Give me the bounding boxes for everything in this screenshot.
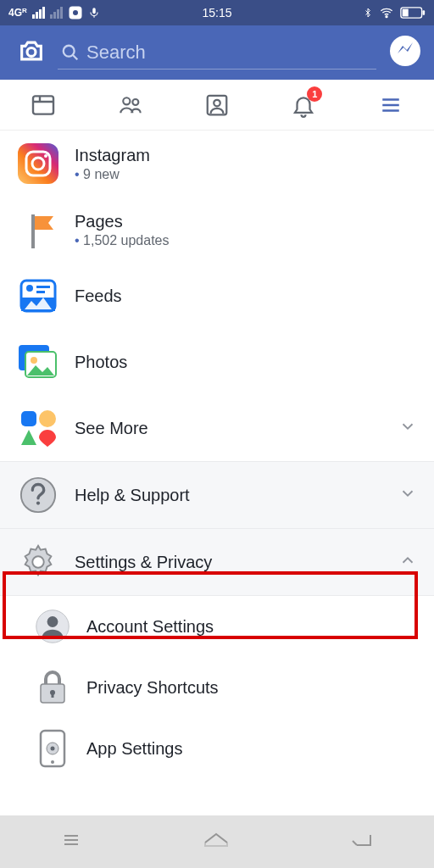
- nav-back[interactable]: [348, 830, 376, 854]
- menu-item-label: Settings & Privacy: [75, 553, 383, 572]
- svg-point-12: [132, 99, 138, 105]
- search-box[interactable]: [58, 36, 376, 70]
- svg-point-41: [51, 760, 54, 764]
- battery-icon: [400, 6, 426, 19]
- svg-rect-28: [21, 411, 36, 426]
- search-icon: [61, 42, 80, 63]
- notification-badge: 1: [307, 86, 322, 102]
- svg-rect-19: [31, 214, 35, 248]
- wifi-icon: [378, 6, 395, 19]
- menu-item-label: See More: [75, 419, 383, 438]
- menu-list: Instagram 9 new Pages 1,502 updates Feed…: [0, 131, 434, 779]
- search-input[interactable]: [86, 42, 373, 64]
- menu-item-label: Feeds: [75, 287, 417, 306]
- svg-rect-37: [52, 693, 54, 698]
- menu-item-label: Instagram: [75, 146, 417, 165]
- android-nav-bar: [0, 815, 434, 868]
- camera-status-icon: [68, 5, 83, 20]
- gear-icon: [17, 541, 59, 583]
- menu-item-label: Privacy Shortcuts: [86, 678, 417, 698]
- menu-item-label: Pages: [75, 212, 417, 231]
- svg-point-7: [27, 47, 36, 56]
- camera-icon[interactable]: [17, 36, 46, 69]
- menu-item-label: Account Settings: [86, 617, 417, 637]
- chevron-down-icon: [398, 417, 417, 439]
- svg-rect-15: [18, 143, 58, 184]
- menu-item-subtitle: 9 new: [75, 167, 417, 182]
- photos-icon: [17, 341, 59, 383]
- svg-point-1: [72, 9, 79, 16]
- svg-point-3: [386, 16, 387, 18]
- svg-rect-24: [36, 291, 45, 293]
- menu-item-feeds[interactable]: Feeds: [0, 263, 434, 329]
- signal-icon-2: [50, 7, 63, 19]
- svg-point-11: [123, 97, 130, 104]
- signal-icon-1: [32, 7, 45, 19]
- svg-point-22: [26, 285, 33, 292]
- feeds-icon: [17, 275, 59, 317]
- help-icon: [17, 474, 59, 516]
- svg-rect-23: [36, 286, 50, 288]
- pages-icon: [17, 209, 59, 251]
- status-right: [363, 5, 426, 20]
- svg-point-27: [31, 357, 37, 364]
- menu-item-label: App Settings: [86, 739, 417, 759]
- svg-point-9: [390, 36, 420, 66]
- menu-item-privacy-shortcuts[interactable]: Privacy Shortcuts: [0, 657, 434, 718]
- app-header: [0, 25, 434, 80]
- svg-point-34: [47, 616, 58, 627]
- svg-point-29: [39, 410, 56, 427]
- menu-item-label: Help & Support: [75, 486, 383, 505]
- nav-home[interactable]: [202, 829, 231, 854]
- nav-recents[interactable]: [58, 830, 84, 854]
- chevron-up-icon: [398, 551, 417, 573]
- instagram-icon: [17, 142, 59, 185]
- status-bar: 4GR 15:15: [0, 0, 434, 25]
- menu-item-photos[interactable]: Photos: [0, 329, 434, 395]
- menu-item-label: Photos: [75, 353, 417, 372]
- tab-menu[interactable]: [374, 88, 408, 122]
- menu-item-instagram[interactable]: Instagram 9 new: [0, 131, 434, 197]
- network-label: 4GR: [8, 7, 27, 19]
- menu-item-pages[interactable]: Pages 1,502 updates: [0, 197, 434, 263]
- svg-rect-6: [403, 9, 409, 17]
- svg-point-32: [32, 556, 43, 567]
- tab-bar: 1: [0, 80, 434, 131]
- tab-friends[interactable]: [114, 88, 147, 122]
- menu-item-account-settings[interactable]: Account Settings: [0, 596, 434, 657]
- messenger-icon[interactable]: [388, 34, 422, 71]
- menu-item-settings-privacy[interactable]: Settings & Privacy: [0, 529, 434, 596]
- status-time: 15:15: [202, 6, 231, 19]
- svg-point-31: [36, 501, 40, 504]
- phone-gear-icon: [34, 730, 71, 767]
- svg-point-8: [64, 45, 75, 56]
- menu-item-app-settings[interactable]: App Settings: [0, 718, 434, 779]
- svg-rect-5: [422, 10, 425, 14]
- tab-notifications[interactable]: 1: [287, 88, 320, 122]
- svg-point-40: [51, 747, 55, 751]
- svg-point-14: [214, 99, 220, 106]
- mic-status-icon: [88, 5, 100, 20]
- tab-feed[interactable]: [26, 88, 60, 122]
- svg-rect-2: [92, 8, 96, 14]
- menu-item-subtitle: 1,502 updates: [75, 233, 417, 248]
- menu-item-see-more[interactable]: See More: [0, 395, 434, 462]
- see-more-icon: [17, 407, 59, 449]
- chevron-down-icon: [398, 484, 417, 506]
- status-left: 4GR: [8, 5, 100, 20]
- svg-rect-10: [33, 96, 53, 114]
- bluetooth-icon: [363, 5, 373, 20]
- svg-point-18: [44, 154, 47, 158]
- menu-item-help-support[interactable]: Help & Support: [0, 462, 434, 529]
- lock-icon: [34, 669, 71, 706]
- tab-profile[interactable]: [200, 88, 234, 122]
- account-icon: [34, 608, 71, 645]
